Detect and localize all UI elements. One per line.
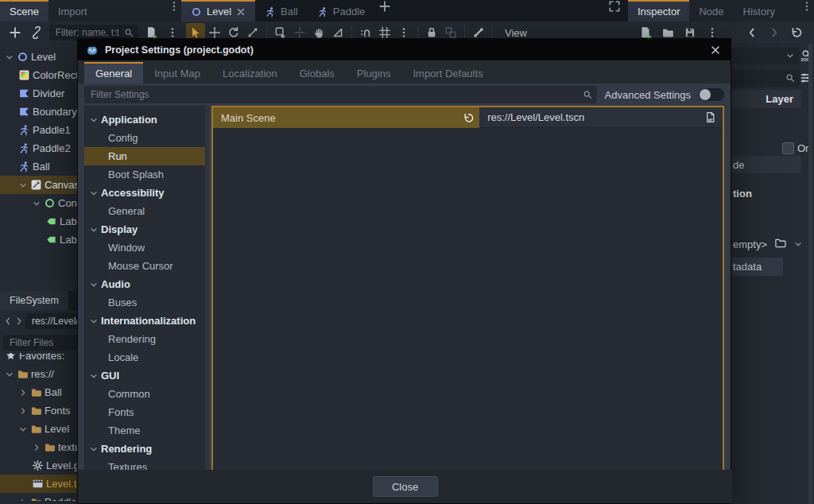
chevron-right-icon[interactable]: [18, 498, 28, 502]
dock-tab[interactable]: Inspector: [628, 0, 689, 21]
revert-icon[interactable]: [463, 112, 475, 124]
scene-tab[interactable]: Ball: [255, 0, 308, 21]
scene-dock-menu-icon[interactable]: [167, 0, 181, 13]
scene-tab[interactable]: Paddle: [308, 0, 374, 21]
dock-tab[interactable]: History: [734, 0, 785, 21]
chevron-down-icon[interactable]: [89, 316, 99, 326]
chevron-down-icon[interactable]: [89, 188, 99, 198]
settings-tree-row[interactable]: Display: [84, 220, 209, 238]
settings-tree-row[interactable]: Rendering: [84, 440, 209, 458]
dialog-titlebar[interactable]: Project Settings (project.godot): [78, 39, 731, 60]
inspector-dock-menu-icon[interactable]: [800, 0, 814, 13]
dock-tab[interactable]: Scene: [0, 0, 48, 21]
chevron-down-icon[interactable]: [89, 225, 99, 235]
dialog-tab[interactable]: General: [84, 62, 143, 83]
settings-tree-row[interactable]: Accessibility: [84, 184, 209, 202]
chevron-right-icon[interactable]: [18, 406, 28, 416]
property-name-cell[interactable]: Main Scene: [213, 107, 479, 128]
chevron-down-icon[interactable]: [32, 199, 41, 208]
history-forward-icon[interactable]: [14, 316, 24, 326]
settings-tree-row[interactable]: Theme: [84, 421, 209, 440]
dialog-tab[interactable]: Localization: [211, 62, 289, 83]
folder-icon[interactable]: [774, 237, 786, 249]
new-resource-icon: [639, 26, 652, 39]
inspector-scrollbar[interactable]: [808, 44, 812, 504]
dialog-close-button[interactable]: [708, 43, 723, 57]
right-dock-tabs: Inspector Node History: [628, 0, 814, 21]
dialog-tab[interactable]: Plugins: [346, 62, 402, 83]
close-icon[interactable]: [236, 7, 246, 17]
dock-tab[interactable]: Node: [689, 0, 733, 21]
distraction-free-icon[interactable]: [606, 0, 623, 13]
folder-icon: [17, 368, 29, 380]
file-icon[interactable]: [704, 111, 716, 123]
body-icon: [317, 6, 328, 17]
grid-snap-icon: [378, 26, 391, 39]
chevron-down-icon[interactable]: [89, 371, 99, 381]
settings-tree-row[interactable]: Config: [84, 129, 209, 147]
scene-tabs-strip: Level Ball Paddle: [181, 0, 628, 21]
chevron-down-icon[interactable]: [793, 239, 803, 249]
settings-tree-row[interactable]: Internationalization: [84, 312, 209, 330]
new-scene-tab-icon[interactable]: [374, 0, 395, 13]
property-value-cell[interactable]: res://Level/Level.tscn: [479, 107, 723, 128]
settings-tree-row[interactable]: GUI: [84, 366, 209, 385]
settings-tree-row[interactable]: Locale: [84, 348, 209, 366]
dialog-tab[interactable]: Import Defaults: [401, 62, 494, 83]
tab-filesystem[interactable]: FileSystem: [0, 291, 68, 310]
pan-tool-icon: [312, 26, 325, 39]
chevron-down-icon[interactable]: [5, 370, 14, 379]
scale-tool-icon: [246, 26, 259, 39]
label-icon: [45, 234, 57, 246]
chevron-right-icon[interactable]: [18, 388, 28, 397]
scene-filter-input[interactable]: [54, 26, 122, 39]
dock-tab[interactable]: Import: [48, 0, 97, 21]
add-node-button[interactable]: [6, 23, 25, 42]
position-select-tool-icon: [293, 26, 306, 39]
folder-icon: [30, 405, 42, 417]
settings-tree-row[interactable]: Buses: [84, 293, 209, 312]
toolbar-separator: [351, 26, 352, 39]
chevron-down-icon[interactable]: [18, 425, 28, 434]
dialog-tab[interactable]: Input Map: [143, 62, 211, 83]
chevron-down-icon[interactable]: [5, 52, 14, 62]
filter-settings-input[interactable]: [89, 88, 579, 101]
chevron-down-icon[interactable]: [89, 444, 99, 454]
toolbar-separator: [464, 26, 465, 39]
settings-tree-row[interactable]: Run: [84, 147, 209, 165]
advanced-settings-label: Advanced Settings: [605, 89, 691, 101]
settings-tree-row[interactable]: Common: [84, 385, 209, 403]
close-button[interactable]: Close: [373, 476, 438, 497]
nav-back-icon: [746, 26, 758, 39]
advanced-settings-toggle[interactable]: [699, 88, 724, 101]
chevron-down-icon[interactable]: [89, 280, 99, 289]
settings-tree-row[interactable]: Boot Splash: [84, 165, 209, 184]
settings-tree-scrollbar[interactable]: [205, 106, 209, 471]
settings-tree-row[interactable]: General: [84, 202, 209, 220]
label-icon: [45, 215, 57, 227]
settings-tree-row[interactable]: Rendering: [84, 330, 209, 348]
instance-scene-button[interactable]: [28, 23, 46, 42]
list-select-tool-icon: [274, 26, 287, 39]
history-icon: [790, 26, 803, 39]
dialog-filter-row: Advanced Settings: [78, 83, 731, 106]
move-tool-icon: [208, 26, 221, 39]
lock-icon: [425, 26, 438, 39]
settings-tree-row[interactable]: Application: [84, 110, 209, 129]
folder-icon: [30, 496, 42, 501]
toolbar-separator: [492, 26, 493, 39]
chevron-down-icon[interactable]: [18, 180, 28, 190]
settings-tree-row[interactable]: Audio: [84, 275, 209, 293]
scene-tab[interactable]: Level: [181, 0, 255, 21]
settings-tree-row[interactable]: Fonts: [84, 403, 209, 421]
settings-tree-row[interactable]: Mouse Cursor: [84, 257, 209, 275]
toolbar-button[interactable]: [742, 23, 762, 42]
history-back-icon[interactable]: [3, 316, 13, 326]
toolbar-button[interactable]: [787, 23, 806, 42]
settings-tree-row[interactable]: Window: [84, 238, 209, 257]
chevron-right-icon[interactable]: [32, 443, 41, 452]
toolbar-button[interactable]: [765, 23, 784, 42]
on-checkbox[interactable]: [782, 142, 794, 154]
dialog-tab[interactable]: Globals: [289, 62, 346, 83]
chevron-down-icon[interactable]: [89, 115, 99, 125]
